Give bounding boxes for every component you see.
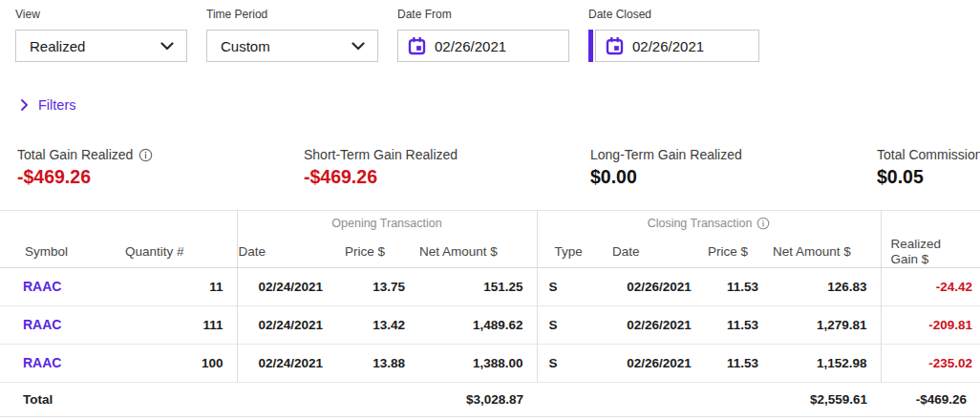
- summary-total-commission-value: $0.05: [877, 166, 980, 188]
- chevron-down-icon: [160, 42, 174, 51]
- total-close-net: $2,559.61: [772, 382, 881, 416]
- summary-bar: Total Gain Realized -$469.26 Short-Term …: [0, 147, 980, 188]
- col-header-realized-gain: Realized Gain $: [881, 237, 980, 268]
- open-price-cell: 13.42: [344, 305, 418, 344]
- table-row: RAAC 11 02/24/2021 13.75 151.25 S 02/26/…: [0, 267, 980, 305]
- symbol-link[interactable]: RAAC: [23, 355, 61, 370]
- col-header-quantity: Quantity #: [124, 237, 237, 268]
- summary-long-term-gain-value: $0.00: [590, 166, 877, 188]
- date-from-label: Date From: [397, 8, 569, 21]
- calendar-icon: [606, 37, 624, 55]
- close-price-cell: 11.53: [707, 267, 772, 305]
- summary-long-term-gain-label: Long-Term Gain Realized: [590, 147, 742, 162]
- open-net-cell: 151.25: [418, 267, 537, 305]
- col-header-close-net: Net Amount $: [772, 237, 881, 268]
- close-price-cell: 11.53: [707, 344, 772, 382]
- table-row: RAAC 100 02/24/2021 13.88 1,388.00 S 02/…: [0, 344, 980, 382]
- col-header-open-date: Date: [237, 237, 344, 268]
- open-price-cell: 13.75: [344, 267, 418, 305]
- summary-total-commission-label: Total Commission &: [877, 147, 980, 162]
- quantity-cell: 11: [124, 267, 237, 305]
- open-date-cell: 02/24/2021: [237, 305, 344, 344]
- view-label: View: [15, 8, 187, 21]
- type-cell: S: [537, 305, 611, 344]
- type-cell: S: [537, 267, 611, 305]
- open-date-cell: 02/24/2021: [237, 267, 344, 305]
- summary-total-gain-value: -$469.26: [17, 166, 304, 188]
- time-period-select[interactable]: Custom: [206, 30, 378, 62]
- view-filter-group: View Realized: [15, 8, 187, 62]
- symbol-link[interactable]: RAAC: [23, 279, 61, 294]
- open-date-cell: 02/24/2021: [237, 344, 344, 382]
- date-closed-filter-group: Date Closed 02/26/2021: [588, 8, 759, 62]
- info-icon[interactable]: [756, 217, 770, 230]
- table-group-header-row: Opening Transaction Closing Transaction: [0, 211, 980, 237]
- open-net-cell: 1,388.00: [418, 344, 537, 382]
- date-closed-field-wrap: 02/26/2021: [588, 30, 759, 62]
- realized-gain-cell: -24.42: [881, 267, 980, 305]
- symbol-cell: RAAC: [0, 305, 124, 344]
- table-column-header-row: Symbol Quantity # Date Price $ Net Amoun…: [0, 237, 980, 268]
- realized-gain-cell: -235.02: [881, 344, 980, 382]
- calendar-icon: [408, 37, 426, 55]
- time-period-select-value: Custom: [221, 38, 270, 54]
- info-icon[interactable]: [138, 148, 153, 162]
- close-price-cell: 11.53: [707, 305, 772, 344]
- summary-total-gain-label: Total Gain Realized: [17, 147, 133, 162]
- gains-table: Opening Transaction Closing Transaction …: [0, 210, 980, 417]
- table-row: RAAC 111 02/24/2021 13.42 1,489.62 S 02/…: [0, 305, 980, 344]
- symbol-cell: RAAC: [0, 267, 124, 305]
- total-open-net: $3,028.87: [418, 382, 537, 416]
- date-closed-value: 02/26/2021: [632, 38, 704, 54]
- col-header-symbol: Symbol: [0, 237, 124, 268]
- view-select[interactable]: Realized: [15, 30, 187, 62]
- close-date-cell: 02/26/2021: [611, 344, 707, 382]
- filters-toggle[interactable]: Filters: [21, 97, 75, 113]
- chevron-down-icon: [352, 42, 365, 51]
- symbol-cell: RAAC: [0, 344, 124, 382]
- open-price-cell: 13.88: [344, 344, 418, 382]
- close-date-cell: 02/26/2021: [611, 305, 707, 344]
- col-header-close-price: Price $: [707, 237, 772, 268]
- total-label: Total: [0, 382, 124, 416]
- quantity-cell: 111: [124, 305, 237, 344]
- type-cell: S: [537, 344, 611, 382]
- time-period-filter-group: Time Period Custom: [206, 8, 378, 62]
- opening-transaction-group-header: Opening Transaction: [237, 211, 537, 237]
- summary-short-term-gain-value: -$469.26: [304, 166, 590, 188]
- col-header-close-date: Date: [611, 237, 707, 268]
- date-closed-label: Date Closed: [588, 8, 759, 21]
- col-header-type: Type: [537, 237, 611, 268]
- close-date-cell: 02/26/2021: [611, 267, 707, 305]
- open-net-cell: 1,489.62: [418, 305, 537, 344]
- summary-total-gain: Total Gain Realized -$469.26: [17, 147, 304, 188]
- close-net-cell: 1,152.98: [772, 344, 881, 382]
- total-realized-gain: -$469.26: [881, 382, 980, 416]
- chevron-right-icon: [21, 99, 28, 111]
- filter-bar: View Realized Time Period Custom Date Fr…: [0, 0, 980, 62]
- closing-transaction-group-header: Closing Transaction: [537, 211, 881, 237]
- summary-short-term-gain: Short-Term Gain Realized -$469.26: [304, 147, 590, 188]
- date-from-value: 02/26/2021: [435, 38, 506, 54]
- date-from-input[interactable]: 02/26/2021: [397, 30, 569, 62]
- summary-short-term-gain-label: Short-Term Gain Realized: [304, 147, 458, 162]
- symbol-link[interactable]: RAAC: [23, 317, 61, 332]
- summary-total-commission: Total Commission & $0.05: [877, 147, 980, 188]
- realized-gain-cell: -209.81: [881, 305, 980, 344]
- date-closed-input[interactable]: 02/26/2021: [595, 30, 759, 62]
- view-select-value: Realized: [30, 38, 85, 54]
- close-net-cell: 1,279.81: [772, 305, 881, 344]
- focus-accent-bar: [588, 30, 593, 62]
- col-header-open-price: Price $: [344, 237, 418, 268]
- quantity-cell: 100: [124, 344, 237, 382]
- date-from-filter-group: Date From 02/26/2021: [397, 8, 569, 62]
- table-total-row: Total $3,028.87 $2,559.61 -$469.26: [0, 382, 980, 416]
- col-header-open-net: Net Amount $: [418, 237, 537, 268]
- time-period-label: Time Period: [206, 8, 378, 21]
- close-net-cell: 126.83: [772, 267, 881, 305]
- summary-long-term-gain: Long-Term Gain Realized $0.00: [590, 147, 877, 188]
- filters-toggle-label: Filters: [38, 97, 75, 113]
